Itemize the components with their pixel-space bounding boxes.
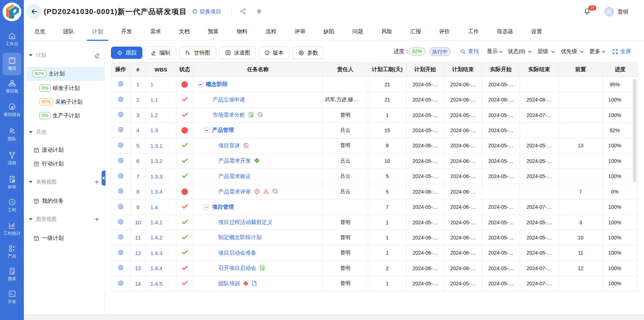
svg-text:A: A bbox=[245, 144, 247, 147]
